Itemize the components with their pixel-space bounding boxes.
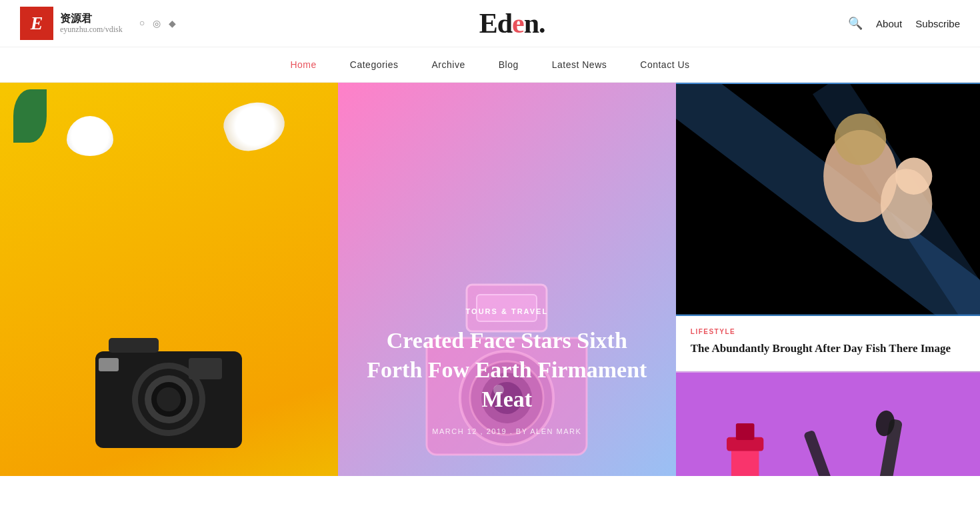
title-accent: e xyxy=(512,8,524,39)
right-top-title[interactable]: The Abundantly Brought After Day Fish Th… xyxy=(691,341,965,357)
logo-box: E xyxy=(20,7,53,40)
logo-area: E 资源君 eyunzhu.com/vdisk ○ ◎ ◆ xyxy=(20,7,176,40)
nail-polish-illustration xyxy=(676,371,980,476)
svg-rect-8 xyxy=(99,358,119,371)
about-link[interactable]: About xyxy=(876,18,902,29)
svg-point-24 xyxy=(895,158,932,195)
center-card-by: . xyxy=(510,427,513,435)
main-nav: Home Categories Archive Blog Latest News… xyxy=(0,47,980,83)
leaf-decoration xyxy=(13,89,47,143)
svg-rect-1 xyxy=(109,338,159,353)
header-right: 🔍 About Subscribe xyxy=(848,16,960,31)
right-top-image xyxy=(676,83,980,316)
logo-text: 资源君 eyunzhu.com/vdisk xyxy=(60,12,123,35)
svg-rect-28 xyxy=(736,423,755,440)
mother-child-bg xyxy=(676,83,980,316)
nav-contact-us[interactable]: Contact Us xyxy=(640,59,689,70)
card-left: TOURS & TRAVEL Created Face Stars Sixth … xyxy=(0,83,338,476)
center-card-author: BY ALEN MARK xyxy=(516,427,582,435)
center-card-title[interactable]: Created Face Stars Sixth Forth Fow Earth… xyxy=(358,326,656,415)
title-part2: n. xyxy=(524,8,545,39)
card-right-col: LIFESTYLE The Abundantly Brought After D… xyxy=(676,83,980,476)
site-title: Eden. xyxy=(479,7,545,39)
subscribe-link[interactable]: Subscribe xyxy=(915,18,960,29)
logo-letter: E xyxy=(31,13,43,34)
center-card-date: MARCH 12 , 2019 xyxy=(432,427,507,435)
vimeo-icon[interactable]: ◆ xyxy=(169,18,176,29)
center-card-meta: MARCH 12 , 2019 . BY ALEN MARK xyxy=(432,427,581,435)
card-center: TOURS & TRAVEL Created Face Stars Sixth … xyxy=(338,83,676,476)
right-bottom-image xyxy=(676,371,980,476)
svg-rect-25 xyxy=(676,373,980,476)
instagram-icon[interactable]: ○ xyxy=(139,18,145,29)
card-right-top: LIFESTYLE The Abundantly Brought After D… xyxy=(676,83,980,371)
shell1-decoration xyxy=(67,116,113,156)
mother-child-illustration xyxy=(676,83,980,316)
nav-archive[interactable]: Archive xyxy=(432,59,465,70)
main-grid: TOURS & TRAVEL Created Face Stars Sixth … xyxy=(0,83,980,476)
logo-brand: 资源君 xyxy=(60,12,123,25)
search-icon[interactable]: 🔍 xyxy=(848,16,863,31)
svg-point-6 xyxy=(157,387,181,411)
snapchat-icon[interactable]: ◎ xyxy=(153,18,161,29)
center-card-overlay: TOURS & TRAVEL Created Face Stars Sixth … xyxy=(338,83,676,476)
svg-point-23 xyxy=(835,113,886,165)
right-top-text: LIFESTYLE The Abundantly Brought After D… xyxy=(676,316,980,371)
nav-latest-news[interactable]: Latest News xyxy=(552,59,607,70)
svg-rect-7 xyxy=(189,358,222,379)
right-top-category: LIFESTYLE xyxy=(691,328,965,335)
social-icons: ○ ◎ ◆ xyxy=(139,18,176,29)
left-image xyxy=(0,83,338,476)
nail-polish-bg xyxy=(676,371,980,476)
nav-blog[interactable]: Blog xyxy=(499,59,519,70)
center-card-category: TOURS & TRAVEL xyxy=(466,307,549,315)
title-part1: Ed xyxy=(479,8,512,39)
nav-home[interactable]: Home xyxy=(290,59,316,70)
logo-url: eyunzhu.com/vdisk xyxy=(60,25,123,34)
card-right-bottom: LIFESTYLE The Abundantly Brought After D… xyxy=(676,371,980,476)
camera-illustration xyxy=(82,325,255,458)
nav-categories[interactable]: Categories xyxy=(350,59,399,70)
shell2-decoration xyxy=(219,94,291,159)
site-header: E 资源君 eyunzhu.com/vdisk ○ ◎ ◆ Eden. 🔍 Ab… xyxy=(0,0,980,47)
